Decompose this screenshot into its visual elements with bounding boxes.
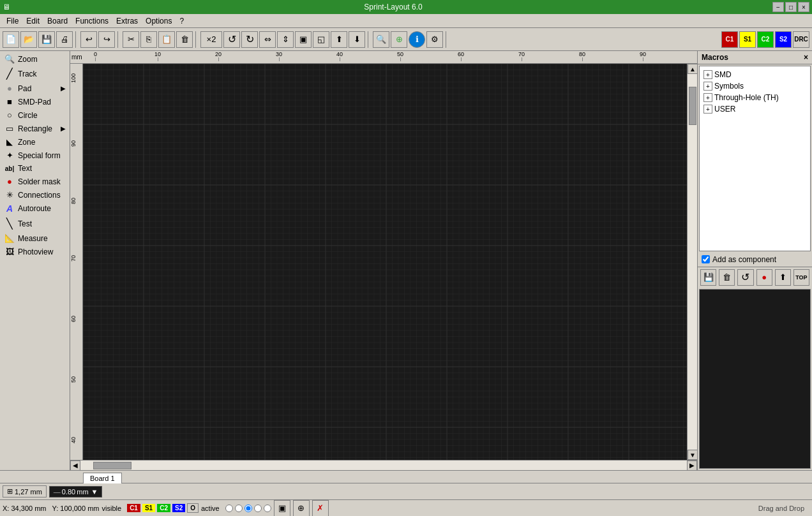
select-tool-button[interactable]: ▣ xyxy=(274,500,290,517)
vscroll-up[interactable]: ▲ xyxy=(688,64,697,74)
print-button[interactable]: 🖨 xyxy=(56,31,73,48)
zoom-in-button[interactable]: ⊕ xyxy=(391,31,407,48)
tree-expand-through-hole[interactable]: + xyxy=(703,93,712,102)
cut-button[interactable]: ✂ xyxy=(123,31,139,48)
tree-expand-smd[interactable]: + xyxy=(703,70,712,79)
group-button[interactable]: ▣ xyxy=(295,31,312,48)
sidebar-label-smd-pad: SMD-Pad xyxy=(18,98,51,107)
radio-s1[interactable] xyxy=(235,505,243,512)
ungroup-button[interactable]: ◱ xyxy=(313,31,329,48)
layer-c1-visible[interactable]: C1 xyxy=(127,504,140,512)
add-component-label[interactable]: Add as component xyxy=(712,255,776,264)
tree-item-smd[interactable]: + SMD xyxy=(702,69,808,80)
menu-options[interactable]: Options xyxy=(142,15,176,27)
sidebar-item-text[interactable]: ab| Text xyxy=(0,162,70,175)
layer-c1-btn[interactable]: C1 xyxy=(721,31,738,48)
menu-help[interactable]: ? xyxy=(176,15,188,27)
delete-tool-button[interactable]: ✗ xyxy=(312,500,329,517)
add-component-checkbox[interactable] xyxy=(702,255,710,263)
settings-button[interactable]: ⚙ xyxy=(426,31,443,48)
mirror-v-button[interactable]: ⇕ xyxy=(277,31,294,48)
to-front-button[interactable]: ⬆ xyxy=(331,31,347,48)
sidebar-item-measure[interactable]: 📐 Measure xyxy=(0,232,70,245)
layer-s1-visible[interactable]: S1 xyxy=(142,504,155,512)
tree-expand-symbols[interactable]: + xyxy=(703,82,712,91)
macro-record-button[interactable]: ● xyxy=(756,269,772,286)
paste-button[interactable]: 📋 xyxy=(158,31,175,48)
layer-s2-visible[interactable]: S2 xyxy=(172,504,185,512)
radio-s2[interactable] xyxy=(254,505,262,512)
layer-o-visible[interactable]: O xyxy=(187,503,199,513)
crosshair-button[interactable]: ⊕ xyxy=(293,500,310,517)
layer-c2-btn[interactable]: C2 xyxy=(757,31,774,48)
macro-delete-button[interactable]: 🗑 xyxy=(719,269,735,286)
macros-close-button[interactable]: × xyxy=(804,53,808,62)
layer-s2-btn[interactable]: S2 xyxy=(775,31,792,48)
solder-mask-icon: ● xyxy=(4,177,15,186)
macros-tree: + SMD + Symbols + Through-Hole (TH) + US… xyxy=(699,66,811,251)
tree-item-through-hole[interactable]: + Through-Hole (TH) xyxy=(702,92,808,103)
hscroll-left[interactable]: ◀ xyxy=(70,461,80,471)
grid-size-button[interactable]: ⊞ 1,27 mm xyxy=(3,485,47,498)
sidebar-item-photoview[interactable]: 🖼 Photoview xyxy=(0,245,70,258)
rotate-right-button[interactable]: ↻ xyxy=(241,31,258,48)
vscroll-thumb[interactable] xyxy=(689,87,696,125)
sidebar-item-connections[interactable]: ✳ Connections xyxy=(0,188,70,202)
tree-expand-user[interactable]: + xyxy=(703,105,712,114)
layer-c2-visible[interactable]: C2 xyxy=(157,504,170,512)
zoom-fit-button[interactable]: 🔍 xyxy=(373,31,389,48)
menu-board[interactable]: Board xyxy=(43,15,71,27)
radio-o[interactable] xyxy=(264,505,271,512)
ruler-h-mark-90: 90 xyxy=(640,51,646,61)
sidebar-item-pad[interactable]: ● Pad ▶ xyxy=(0,82,70,95)
info-button[interactable]: ℹ xyxy=(409,31,425,48)
minimize-button[interactable]: − xyxy=(772,2,784,12)
hscroll-track[interactable] xyxy=(80,461,687,471)
open-button[interactable]: 📂 xyxy=(20,31,37,48)
track-width-dropdown[interactable]: ▼ xyxy=(91,488,98,496)
tree-item-symbols[interactable]: + Symbols xyxy=(702,80,808,92)
redo-button[interactable]: ↪ xyxy=(98,31,115,48)
canvas-scroll[interactable] xyxy=(83,64,687,460)
undo-button[interactable]: ↩ xyxy=(80,31,97,48)
layer-s1-btn[interactable]: S1 xyxy=(739,31,756,48)
sidebar-item-zoom[interactable]: 🔍 Zoom xyxy=(0,52,70,66)
rotate-left-button[interactable]: ↺ xyxy=(223,31,240,48)
sidebar-item-autoroute[interactable]: A Autoroute xyxy=(0,202,70,216)
sidebar-item-zone[interactable]: ◣ Zone xyxy=(0,135,70,149)
copy-button[interactable]: ⎘ xyxy=(140,31,157,48)
sidebar-item-test[interactable]: ╲ Test xyxy=(0,216,70,232)
delete-button[interactable]: 🗑 xyxy=(176,31,193,48)
close-button[interactable]: × xyxy=(798,2,809,12)
menu-edit[interactable]: Edit xyxy=(22,15,43,27)
sidebar-item-solder-mask[interactable]: ● Solder mask xyxy=(0,175,70,188)
new-button[interactable]: 📄 xyxy=(3,31,19,48)
tree-item-user[interactable]: + USER xyxy=(702,103,808,115)
sidebar-item-rectangle[interactable]: ▭ Rectangle ▶ xyxy=(0,122,70,135)
sidebar-item-special-form[interactable]: ✦ Special form xyxy=(0,149,70,162)
mirror-h-button[interactable]: ⇔ xyxy=(259,31,276,48)
menu-extras[interactable]: Extras xyxy=(112,15,142,27)
layer-o-btn[interactable]: DRC xyxy=(793,31,809,48)
sidebar-item-track[interactable]: ╱ Track xyxy=(0,66,70,82)
save-button[interactable]: 💾 xyxy=(38,31,55,48)
macro-top-button[interactable]: TOP xyxy=(793,269,809,286)
macro-import-button[interactable]: ⬆ xyxy=(775,269,791,286)
macro-save-button[interactable]: 💾 xyxy=(700,269,716,286)
radio-c2[interactable] xyxy=(244,505,252,512)
track-width-value: 0.80 xyxy=(62,488,75,496)
radio-c1[interactable] xyxy=(225,505,233,512)
restore-button[interactable]: □ xyxy=(785,2,797,12)
duplicate-button[interactable]: ×2 xyxy=(200,31,222,48)
to-back-button[interactable]: ⬇ xyxy=(349,31,365,48)
sidebar-item-circle[interactable]: ○ Circle xyxy=(0,108,70,122)
sidebar-item-smd-pad[interactable]: ■ SMD-Pad xyxy=(0,95,70,108)
hscroll-thumb[interactable] xyxy=(93,462,132,469)
vscroll-track[interactable] xyxy=(688,74,697,450)
menu-functions[interactable]: Functions xyxy=(71,15,112,27)
tab-board1[interactable]: Board 1 xyxy=(83,473,122,483)
macro-refresh-button[interactable]: ↺ xyxy=(737,269,753,286)
vscroll-down[interactable]: ▼ xyxy=(688,450,697,460)
hscroll-right[interactable]: ▶ xyxy=(687,461,697,471)
menu-file[interactable]: File xyxy=(3,15,22,27)
